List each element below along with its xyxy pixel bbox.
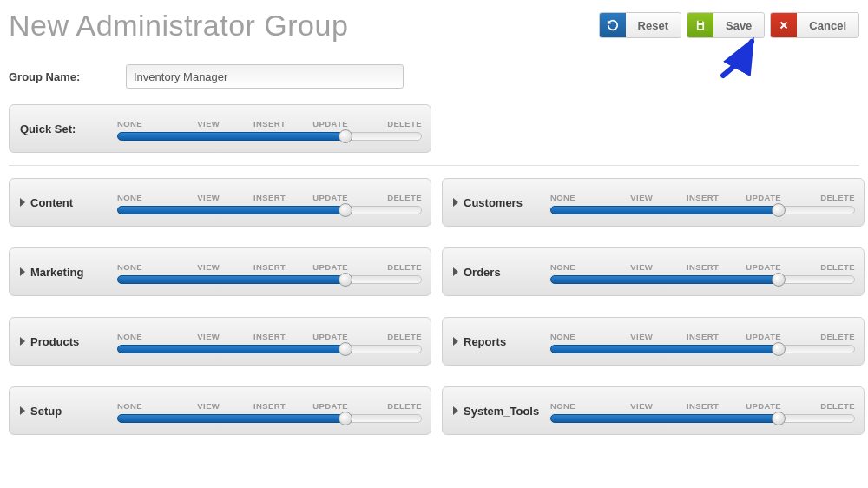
- svg-rect-1: [699, 25, 703, 29]
- cancel-icon: [771, 13, 797, 37]
- reset-label: Reset: [626, 13, 681, 37]
- slider-step-label: NONE: [117, 193, 178, 202]
- slider-step-label: NONE: [117, 401, 178, 411]
- slider-handle[interactable]: [339, 273, 352, 287]
- slider-handle[interactable]: [772, 273, 786, 287]
- svg-rect-0: [699, 21, 703, 23]
- permission-slider[interactable]: NONEVIEWINSERTUPDATEDELETE: [117, 330, 422, 353]
- permission-slider[interactable]: NONEVIEWINSERTUPDATEDELETE: [550, 260, 855, 284]
- slider-step-label: UPDATE: [300, 401, 361, 411]
- section-toggle[interactable]: Content: [20, 196, 117, 209]
- slider-step-label: VIEW: [178, 332, 239, 341]
- slider-step-label: UPDATE: [733, 262, 794, 272]
- page-title: New Administrator Group: [9, 9, 348, 43]
- section-panel: ProductsNONEVIEWINSERTUPDATEDELETE: [9, 317, 431, 366]
- slider-step-label: INSERT: [239, 401, 299, 411]
- quickset-slider[interactable]: NONEVIEWINSERTUPDATEDELETE: [117, 117, 422, 141]
- slider-step-label: INSERT: [239, 119, 299, 129]
- slider-step-label: NONE: [117, 119, 178, 129]
- slider-step-label: DELETE: [361, 193, 422, 202]
- slider-step-label: NONE: [550, 262, 611, 272]
- save-icon: [687, 13, 713, 37]
- slider-step-label: UPDATE: [733, 401, 794, 411]
- quickset-label: Quick Set:: [20, 122, 117, 135]
- permission-slider[interactable]: NONEVIEWINSERTUPDATEDELETE: [117, 260, 422, 284]
- chevron-right-icon: [453, 198, 458, 207]
- slider-step-labels: NONEVIEWINSERTUPDATEDELETE: [117, 401, 422, 411]
- permission-slider[interactable]: NONEVIEWINSERTUPDATEDELETE: [550, 399, 855, 423]
- section-toggle[interactable]: Customers: [453, 196, 550, 209]
- slider-step-label: INSERT: [672, 262, 733, 272]
- slider-step-label: VIEW: [611, 262, 672, 272]
- section-label: Content: [30, 196, 73, 209]
- slider-handle[interactable]: [772, 412, 786, 425]
- section-toggle[interactable]: Reports: [453, 335, 550, 348]
- chevron-right-icon: [20, 406, 25, 415]
- slider-step-label: DELETE: [361, 262, 422, 272]
- slider-step-label: NONE: [550, 332, 611, 341]
- slider-step-labels: NONEVIEWINSERTUPDATEDELETE: [117, 262, 422, 272]
- slider-step-label: DELETE: [794, 401, 855, 411]
- slider-step-labels: NONEVIEWINSERTUPDATEDELETE: [117, 332, 422, 341]
- chevron-right-icon: [453, 267, 458, 276]
- slider-step-label: DELETE: [794, 262, 855, 272]
- slider-handle[interactable]: [339, 412, 352, 425]
- slider-step-label: DELETE: [794, 332, 855, 341]
- slider-step-labels: NONEVIEWINSERTUPDATEDELETE: [550, 332, 855, 341]
- slider-step-label: VIEW: [178, 262, 239, 272]
- quickset-panel: Quick Set: NONEVIEWINSERTUPDATEDELETE: [9, 104, 431, 153]
- section-panel: ReportsNONEVIEWINSERTUPDATEDELETE: [442, 317, 865, 366]
- slider-handle[interactable]: [339, 342, 352, 356]
- permission-slider[interactable]: NONEVIEWINSERTUPDATEDELETE: [550, 191, 855, 214]
- slider-step-label: VIEW: [178, 119, 239, 129]
- permission-slider[interactable]: NONEVIEWINSERTUPDATEDELETE: [550, 330, 855, 353]
- section-toggle[interactable]: Setup: [20, 405, 117, 418]
- slider-handle[interactable]: [339, 203, 352, 217]
- section-toggle[interactable]: Products: [20, 335, 117, 348]
- reset-button[interactable]: Reset: [599, 12, 681, 38]
- slider-step-labels: NONEVIEWINSERTUPDATEDELETE: [117, 119, 422, 129]
- slider-step-label: UPDATE: [733, 193, 794, 202]
- slider-step-label: NONE: [550, 193, 611, 202]
- slider-step-label: DELETE: [794, 193, 855, 202]
- section-toggle[interactable]: Marketing: [20, 266, 117, 279]
- slider-step-labels: NONEVIEWINSERTUPDATEDELETE: [550, 262, 855, 272]
- slider-handle[interactable]: [772, 203, 786, 217]
- slider-step-label: VIEW: [178, 193, 239, 202]
- slider-step-label: NONE: [117, 332, 178, 341]
- permission-slider[interactable]: NONEVIEWINSERTUPDATEDELETE: [117, 399, 422, 423]
- slider-step-labels: NONEVIEWINSERTUPDATEDELETE: [550, 193, 855, 202]
- slider-step-label: INSERT: [239, 332, 299, 341]
- slider-handle[interactable]: [339, 129, 352, 143]
- section-toggle[interactable]: System_Tools: [453, 405, 550, 418]
- section-label: Reports: [464, 335, 506, 348]
- section-panel: System_ToolsNONEVIEWINSERTUPDATEDELETE: [442, 386, 865, 435]
- slider-step-label: UPDATE: [300, 193, 361, 202]
- slider-step-label: INSERT: [239, 262, 299, 272]
- permission-slider[interactable]: NONEVIEWINSERTUPDATEDELETE: [117, 191, 422, 214]
- slider-step-labels: NONEVIEWINSERTUPDATEDELETE: [117, 193, 422, 202]
- slider-step-label: NONE: [550, 401, 611, 411]
- slider-step-labels: NONEVIEWINSERTUPDATEDELETE: [550, 401, 855, 411]
- slider-step-label: UPDATE: [300, 332, 361, 341]
- section-label: Products: [30, 335, 79, 348]
- section-toggle[interactable]: Orders: [453, 266, 550, 279]
- group-name-input[interactable]: [126, 64, 404, 89]
- save-label: Save: [713, 13, 764, 37]
- slider-step-label: NONE: [117, 262, 178, 272]
- slider-step-label: DELETE: [361, 119, 422, 129]
- section-label: Setup: [30, 405, 62, 418]
- divider: [9, 165, 859, 166]
- section-panel: MarketingNONEVIEWINSERTUPDATEDELETE: [9, 247, 431, 296]
- slider-step-label: UPDATE: [733, 332, 794, 341]
- group-name-label: Group Name:: [9, 70, 104, 83]
- slider-step-label: VIEW: [611, 193, 672, 202]
- slider-step-label: UPDATE: [300, 262, 361, 272]
- save-button[interactable]: Save: [687, 12, 765, 38]
- group-name-row: Group Name:: [9, 64, 859, 89]
- slider-step-label: INSERT: [672, 332, 733, 341]
- cancel-button[interactable]: Cancel: [770, 12, 859, 38]
- slider-handle[interactable]: [772, 342, 786, 356]
- slider-step-label: VIEW: [611, 332, 672, 341]
- slider-step-label: DELETE: [361, 332, 422, 341]
